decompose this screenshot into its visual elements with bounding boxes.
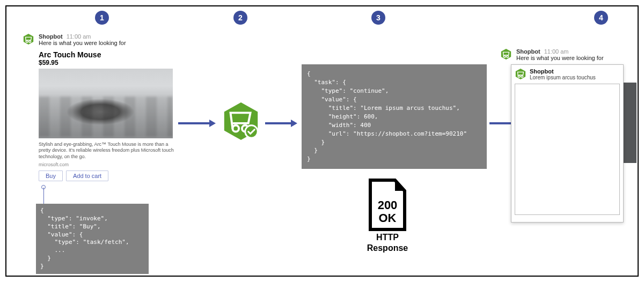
task-module-header: Shopbot Lorem ipsum arcus touchus [515, 68, 620, 80]
svg-text:200: 200 [378, 198, 398, 212]
http-response: 200 OK HTTP Response [345, 178, 430, 253]
product-domain: microsoft.com [39, 162, 184, 167]
task-module-dialog[interactable]: Shopbot Lorem ipsum arcus touchus [511, 64, 624, 222]
bot-message-4: Here is what you were looking for [516, 55, 604, 61]
arrow-1 [178, 118, 216, 131]
task-continue-code: { "task": { "type": "continue", "value":… [302, 64, 487, 169]
svg-marker-18 [516, 69, 525, 79]
invoke-payload-code: { "type": "invoke", "title": "Buy", "val… [36, 204, 149, 274]
product-title: Arc Touch Mouse [39, 50, 184, 59]
svg-marker-10 [291, 120, 297, 127]
bot-avatar-icon-4 [500, 48, 512, 60]
http-label-1: HTTP [345, 233, 430, 242]
svg-text:OK: OK [379, 211, 397, 225]
http-label-2: Response [345, 243, 430, 253]
chat-card-step1: Shopbot 11:00 am Here is what you were l… [23, 33, 184, 181]
connector-line [43, 188, 44, 204]
step-badge-3: 3 [371, 11, 385, 25]
buy-button[interactable]: Buy [39, 170, 63, 181]
card-actions: Buy Add to cart [39, 170, 184, 181]
bot-header-4: Shopbot 11:00 am Here is what you were l… [500, 48, 640, 61]
bot-avatar-icon [23, 33, 34, 45]
step-badge-4: 4 [594, 11, 608, 25]
svg-marker-4 [209, 120, 216, 127]
bot-timestamp-4: 11:00 am [544, 48, 569, 55]
bot-name: Shopbot [39, 33, 63, 40]
bot-name-4: Shopbot [516, 48, 540, 55]
task-module-bot-icon [515, 68, 526, 80]
svg-marker-15 [501, 49, 511, 60]
bot-service-icon [220, 100, 262, 142]
bot-header: Shopbot 11:00 am Here is what you were l… [23, 33, 184, 46]
product-image [39, 69, 173, 138]
add-to-cart-button[interactable]: Add to cart [66, 170, 108, 181]
svg-marker-0 [24, 34, 33, 44]
task-module-title: Shopbot [530, 68, 596, 75]
bot-timestamp: 11:00 am [67, 33, 91, 40]
task-module-body[interactable] [515, 84, 620, 215]
arrow-2 [265, 118, 297, 131]
diagram-canvas: 1 2 3 4 Shopbot 11:00 am Here is what yo… [5, 5, 639, 277]
bot-message: Here is what you were looking for [39, 40, 126, 46]
step-badge-2: 2 [233, 11, 247, 25]
product-description: Stylish and eye-grabbing, Arc™ Touch Mou… [39, 142, 178, 160]
step-badge-1: 1 [95, 11, 109, 25]
product-price: $59.95 [39, 59, 184, 66]
task-module-subtitle: Lorem ipsum arcus touchus [530, 75, 596, 80]
